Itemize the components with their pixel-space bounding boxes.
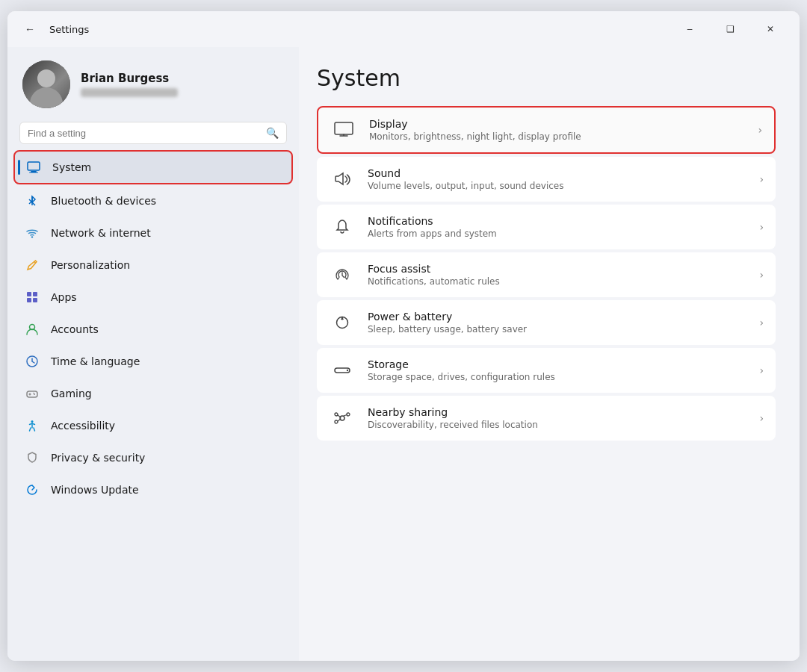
svg-point-12 bbox=[33, 393, 34, 394]
sidebar-item-accounts[interactable]: Accounts bbox=[13, 314, 293, 345]
svg-rect-2 bbox=[29, 172, 38, 173]
display-name: Display bbox=[369, 118, 746, 130]
notifications-desc: Alerts from apps and system bbox=[368, 228, 747, 239]
svg-point-17 bbox=[347, 370, 348, 371]
title-bar-left: ← Settings bbox=[19, 19, 89, 40]
focus-name: Focus assist bbox=[368, 263, 747, 275]
svg-rect-5 bbox=[33, 292, 37, 296]
power-chevron: › bbox=[759, 317, 764, 329]
storage-text: Storage Storage space, drives, configura… bbox=[368, 358, 747, 382]
sidebar-item-accessibility[interactable]: Accessibility bbox=[13, 410, 293, 441]
bluetooth-icon bbox=[24, 193, 40, 209]
system-icon bbox=[25, 159, 42, 175]
storage-chevron: › bbox=[759, 364, 764, 376]
display-desc: Monitors, brightness, night light, displ… bbox=[369, 131, 746, 142]
search-box[interactable]: 🔍 bbox=[19, 122, 287, 144]
svg-rect-7 bbox=[33, 298, 37, 302]
power-icon bbox=[329, 309, 356, 336]
content-area: Brian Burgess 🔍 bbox=[7, 47, 800, 661]
profile-info: Brian Burgess bbox=[81, 72, 178, 97]
display-text: Display Monitors, brightness, night ligh… bbox=[369, 118, 746, 142]
page-title: System bbox=[317, 65, 776, 91]
sidebar-item-gaming-label: Gaming bbox=[51, 388, 92, 399]
setting-focus[interactable]: Focus assist Notifications, automatic ru… bbox=[317, 252, 776, 297]
accessibility-icon bbox=[24, 417, 40, 434]
storage-name: Storage bbox=[368, 358, 747, 370]
accounts-icon bbox=[24, 321, 40, 337]
setting-notifications[interactable]: Notifications Alerts from apps and syste… bbox=[317, 205, 776, 249]
nearby-chevron: › bbox=[759, 412, 764, 424]
nearby-desc: Discoverability, received files location bbox=[368, 420, 747, 430]
avatar-image bbox=[22, 60, 70, 108]
privacy-icon bbox=[24, 449, 40, 466]
nearby-text: Nearby sharing Discoverability, received… bbox=[368, 406, 747, 430]
sidebar-item-privacy-label: Privacy & security bbox=[51, 452, 145, 464]
settings-list: Display Monitors, brightness, night ligh… bbox=[317, 106, 776, 441]
apps-icon bbox=[24, 289, 40, 305]
setting-power[interactable]: Power & battery Sleep, battery usage, ba… bbox=[317, 300, 776, 345]
svg-point-20 bbox=[347, 413, 350, 416]
search-input[interactable] bbox=[28, 128, 260, 139]
storage-icon bbox=[329, 357, 356, 384]
sound-chevron: › bbox=[759, 173, 764, 185]
sidebar-item-personalization[interactable]: Personalization bbox=[13, 249, 293, 281]
profile-name: Brian Burgess bbox=[81, 72, 178, 85]
back-button[interactable]: ← bbox=[19, 19, 40, 40]
title-bar: ← Settings – ❑ ✕ bbox=[7, 11, 800, 47]
sidebar-item-network[interactable]: Network & internet bbox=[13, 217, 293, 249]
network-icon bbox=[24, 225, 40, 241]
sidebar-item-time-label: Time & language bbox=[51, 355, 140, 367]
window-title: Settings bbox=[49, 24, 89, 35]
time-icon bbox=[24, 353, 40, 370]
window-controls: – ❑ ✕ bbox=[672, 17, 788, 41]
sidebar-item-bluetooth[interactable]: Bluetooth & devices bbox=[13, 185, 293, 217]
display-chevron: › bbox=[758, 124, 762, 136]
profile-section: Brian Burgess bbox=[7, 47, 299, 119]
sidebar-item-gaming[interactable]: Gaming bbox=[13, 378, 293, 409]
focus-desc: Notifications, automatic rules bbox=[368, 276, 747, 287]
setting-sound[interactable]: Sound Volume levels, output, input, soun… bbox=[317, 157, 776, 202]
sidebar-item-bluetooth-label: Bluetooth & devices bbox=[51, 195, 156, 207]
svg-point-11 bbox=[34, 393, 35, 395]
svg-rect-0 bbox=[28, 162, 40, 170]
sidebar-item-system[interactable]: System bbox=[13, 150, 293, 184]
gaming-icon bbox=[24, 385, 40, 402]
maximize-button[interactable]: ❑ bbox=[713, 17, 747, 41]
svg-point-18 bbox=[340, 416, 344, 420]
sidebar-item-personalization-label: Personalization bbox=[51, 259, 130, 271]
nav-items: System Bluetooth & devices bbox=[7, 150, 299, 505]
svg-point-3 bbox=[31, 236, 33, 237]
power-text: Power & battery Sleep, battery usage, ba… bbox=[368, 311, 747, 335]
focus-text: Focus assist Notifications, automatic ru… bbox=[368, 263, 747, 287]
personalization-icon bbox=[24, 257, 40, 273]
minimize-button[interactable]: – bbox=[672, 17, 707, 41]
sidebar-item-apps[interactable]: Apps bbox=[13, 281, 293, 313]
sidebar-item-accessibility-label: Accessibility bbox=[51, 420, 115, 432]
sidebar-item-system-label: System bbox=[52, 161, 91, 173]
storage-desc: Storage space, drives, configuration rul… bbox=[368, 372, 747, 382]
setting-display[interactable]: Display Monitors, brightness, night ligh… bbox=[317, 106, 776, 154]
display-icon bbox=[330, 116, 357, 143]
focus-icon bbox=[329, 261, 356, 288]
sidebar-item-time[interactable]: Time & language bbox=[13, 346, 293, 377]
svg-point-21 bbox=[335, 420, 338, 423]
sidebar: Brian Burgess 🔍 bbox=[7, 47, 299, 661]
sidebar-item-privacy[interactable]: Privacy & security bbox=[13, 442, 293, 473]
notifications-text: Notifications Alerts from apps and syste… bbox=[368, 215, 747, 239]
main-panel: System Display Monitors, brightness, nig… bbox=[299, 47, 800, 661]
power-desc: Sleep, battery usage, battery saver bbox=[368, 324, 747, 335]
nearby-icon bbox=[329, 405, 356, 432]
sidebar-item-apps-label: Apps bbox=[51, 291, 77, 303]
sound-text: Sound Volume levels, output, input, soun… bbox=[368, 167, 747, 191]
sidebar-item-network-label: Network & internet bbox=[51, 227, 151, 239]
setting-nearby[interactable]: Nearby sharing Discoverability, received… bbox=[317, 396, 776, 441]
notifications-name: Notifications bbox=[368, 215, 747, 227]
settings-window: ← Settings – ❑ ✕ Brian Burgess bbox=[7, 11, 800, 661]
close-button[interactable]: ✕ bbox=[753, 17, 788, 41]
svg-point-19 bbox=[335, 413, 338, 416]
sidebar-item-update[interactable]: Windows Update bbox=[13, 474, 293, 505]
avatar bbox=[22, 60, 70, 108]
setting-storage[interactable]: Storage Storage space, drives, configura… bbox=[317, 348, 776, 393]
sound-desc: Volume levels, output, input, sound devi… bbox=[368, 181, 747, 191]
notifications-icon bbox=[329, 214, 356, 240]
